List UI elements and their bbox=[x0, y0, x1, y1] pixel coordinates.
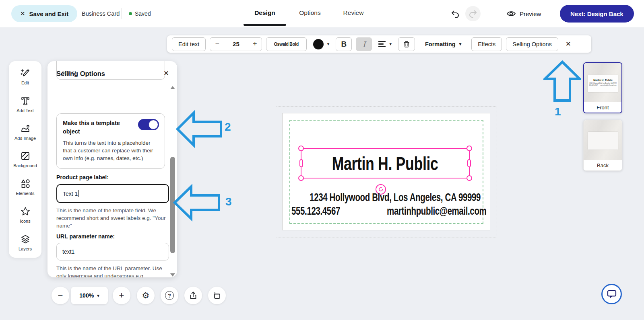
add-image-icon bbox=[20, 123, 31, 134]
sidebar-item-layers[interactable]: Layers bbox=[9, 234, 41, 251]
chat-support-button[interactable] bbox=[601, 284, 622, 304]
trash-icon bbox=[402, 40, 411, 48]
mini-card-email: martinhpublic@email.com bbox=[600, 84, 616, 86]
url-parameter-value: text1 bbox=[62, 248, 74, 255]
tab-design[interactable]: Design bbox=[244, 0, 286, 26]
settings-button[interactable]: ⚙ bbox=[137, 287, 155, 304]
template-toggle-description: This turns the text into a placeholder t… bbox=[63, 139, 157, 162]
scrollbar-thumb[interactable] bbox=[170, 157, 175, 253]
background-icon bbox=[20, 150, 31, 162]
save-and-exit-button[interactable]: ✕ Save and Exit bbox=[11, 5, 77, 22]
top-bar: ✕ Save and Exit Business Card Saved Desi… bbox=[0, 0, 644, 27]
saved-label: Saved bbox=[135, 10, 151, 17]
selection-handle-sw[interactable] bbox=[298, 175, 304, 181]
chevron-down-icon: ▾ bbox=[327, 41, 330, 47]
selection-handle-ne[interactable] bbox=[466, 146, 472, 151]
sidebar-item-icons[interactable]: Icons bbox=[9, 206, 41, 224]
edit-pencil-icon bbox=[20, 68, 31, 79]
delete-button[interactable] bbox=[398, 37, 415, 51]
sidebar-item-label: Layers bbox=[19, 246, 32, 251]
chevron-down-icon: ▾ bbox=[459, 41, 462, 47]
back-thumbnail-preview bbox=[584, 120, 622, 161]
annotation-arrow-left-2 bbox=[176, 110, 223, 148]
font-family-button[interactable]: Oswald Bold bbox=[266, 37, 306, 51]
annotation-number-2: 2 bbox=[225, 121, 231, 133]
business-card-canvas[interactable]: Martin H. Public 1234 Hollywood Blvd, Lo… bbox=[282, 113, 490, 230]
toggle-knob bbox=[149, 120, 158, 129]
scroll-down-arrow-icon[interactable] bbox=[170, 273, 175, 277]
undo-icon bbox=[450, 9, 460, 19]
next-design-back-button[interactable]: Next: Design Back bbox=[560, 5, 634, 23]
zoom-level-dropdown[interactable]: 100% ▾ bbox=[71, 287, 108, 304]
front-thumbnail-label: Front bbox=[584, 102, 621, 113]
layers-icon bbox=[20, 234, 31, 245]
template-toggle-switch[interactable] bbox=[138, 119, 159, 130]
text-selection-box[interactable]: Martin H. Public bbox=[301, 148, 470, 178]
star-icon bbox=[20, 206, 31, 217]
color-swatch-icon bbox=[313, 39, 324, 49]
product-page-label-input[interactable]: Text 1 bbox=[56, 184, 169, 203]
sidebar-item-label: Add Text bbox=[17, 108, 34, 113]
help-button[interactable]: ? bbox=[161, 287, 178, 304]
front-thumbnail-preview: Martin H. Public 1234 Hollywood Blvd, Lo… bbox=[584, 63, 621, 104]
edit-text-button[interactable]: Edit text bbox=[172, 37, 206, 51]
divider bbox=[56, 106, 165, 106]
url-parameter-input[interactable]: text1 bbox=[56, 243, 169, 261]
text-align-button[interactable]: ▾ bbox=[376, 37, 394, 51]
annotation-number-1: 1 bbox=[555, 105, 561, 118]
mini-card-name: Martin H. Public bbox=[589, 79, 616, 82]
toolbar-close-button[interactable]: ✕ bbox=[566, 40, 571, 48]
back-page-thumbnail[interactable]: Back bbox=[583, 120, 622, 171]
product-page-label: Product page label: bbox=[56, 174, 109, 181]
card-phone-text[interactable]: 555.123.4567 bbox=[291, 205, 340, 217]
scroll-up-arrow-icon[interactable] bbox=[170, 86, 175, 89]
saved-dot-icon bbox=[129, 12, 132, 15]
divider bbox=[492, 8, 492, 19]
tab-options[interactable]: Options bbox=[291, 0, 329, 26]
zoom-out-button[interactable]: − bbox=[52, 287, 69, 304]
effects-button[interactable]: Effects bbox=[471, 37, 502, 51]
share-button[interactable] bbox=[184, 287, 202, 304]
tab-review[interactable]: Review bbox=[335, 0, 372, 26]
share-icon bbox=[189, 291, 198, 300]
selection-handle-w[interactable] bbox=[299, 159, 303, 167]
plus-icon: + bbox=[119, 290, 124, 301]
sidebar-item-label: Elements bbox=[16, 191, 35, 196]
sidebar-item-elements[interactable]: Elements bbox=[9, 178, 41, 196]
template-object-card: Make this a template object This turns t… bbox=[56, 113, 165, 169]
product-page-label-value: Text 1 bbox=[63, 191, 78, 197]
card-email-text[interactable]: martinhpublic@email.com bbox=[387, 205, 486, 217]
selling-options-button[interactable]: Selling Options bbox=[506, 37, 558, 51]
font-size-increase-button[interactable]: + bbox=[253, 40, 257, 48]
sidebar-item-label: Icons bbox=[20, 219, 30, 224]
product-type-label: Business Card bbox=[82, 0, 120, 27]
frame-button[interactable] bbox=[208, 287, 226, 304]
redo-icon bbox=[468, 9, 478, 18]
selection-handle-nw[interactable] bbox=[298, 146, 304, 151]
selection-handle-e[interactable] bbox=[467, 159, 471, 167]
card-name-text[interactable]: Martin H. Public bbox=[332, 152, 438, 174]
chat-bubble-icon bbox=[607, 289, 617, 299]
frame-icon bbox=[213, 291, 221, 300]
sidebar-item-add-image[interactable]: Add Image bbox=[9, 123, 41, 141]
panel-scrollbar[interactable] bbox=[170, 84, 175, 277]
redo-button[interactable] bbox=[465, 6, 481, 21]
bold-button[interactable]: B bbox=[336, 37, 352, 51]
undo-button[interactable] bbox=[448, 7, 462, 21]
formatting-dropdown[interactable]: Formatting ▾ bbox=[419, 37, 467, 51]
front-page-thumbnail[interactable]: Martin H. Public 1234 Hollywood Blvd, Lo… bbox=[583, 62, 622, 113]
card-address-text[interactable]: 1234 Hollywood Blvd, Los Angeles, CA 999… bbox=[310, 191, 481, 204]
font-size-decrease-button[interactable]: − bbox=[215, 40, 219, 48]
font-size-stepper: − 25 + bbox=[210, 37, 262, 51]
sidebar-item-add-text[interactable]: Add Text bbox=[9, 95, 41, 113]
italic-button[interactable]: I bbox=[356, 37, 372, 51]
selection-handle-se[interactable] bbox=[466, 175, 472, 181]
preview-button[interactable]: Preview bbox=[506, 0, 541, 27]
sidebar-item-edit[interactable]: Edit bbox=[9, 68, 41, 85]
save-and-exit-label: Save and Exit bbox=[29, 10, 69, 17]
active-tab-underline bbox=[244, 24, 286, 26]
sidebar-item-background[interactable]: Background bbox=[9, 150, 41, 168]
sidebar-item-label: Edit bbox=[21, 80, 29, 85]
text-color-button[interactable]: ▾ bbox=[311, 37, 332, 51]
zoom-in-button[interactable]: + bbox=[113, 287, 130, 304]
